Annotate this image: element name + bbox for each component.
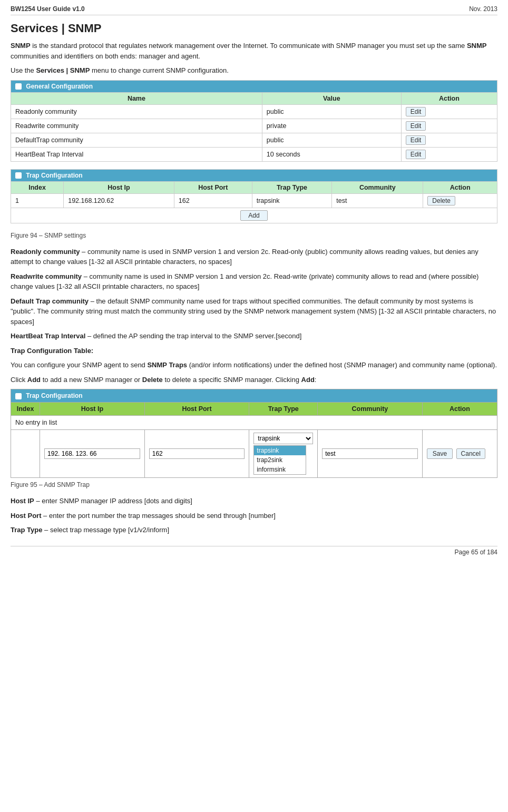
big-col-action: Action [422,403,497,416]
trap-config-small-table: Trap Configuration Index Host Ip Host Po… [11,169,497,223]
big-col-traptype: Trap Type [249,403,318,416]
page-title: Services | SNMP [11,22,497,35]
table-title-icon-3 [15,393,22,399]
trap-type-title: Trap Type [11,526,42,534]
trap-config-heading-text: Trap Configuration Table: [11,347,93,355]
row2-name: Readwrite community [11,119,262,133]
cancel-button[interactable]: Cancel [456,448,485,459]
doc-title: BW1254 User Guide v1.0 [11,5,85,13]
row2-value: private [262,119,401,133]
snmp-bold-2: SNMP [467,42,487,50]
form-action-cell: Save Cancel [422,430,497,478]
trap-config-big-table: Trap Configuration Index Host Ip Host Po… [11,389,497,478]
heartbeat-section: HeartBeat Trap Interval – defined the AP… [11,331,497,341]
big-col-community: Community [318,403,423,416]
edit-button-defaulttrap[interactable]: Edit [406,135,426,145]
form-row: trapsink trap2sink informsink trapsink t… [11,430,497,478]
trap-config-small-title: Trap Configuration [11,169,497,181]
form-index-cell [11,430,40,478]
big-col-index: Index [11,403,40,416]
host-ip-title: Host IP [11,497,34,505]
readonly-section: Readonly community – community name is u… [11,247,497,267]
trap-type-section: Trap Type – select trap message type [v1… [11,525,497,535]
community-input[interactable] [322,448,418,459]
doc-date: Nov. 2013 [469,5,497,13]
snmp-bold-1: SNMP [11,42,31,50]
save-button[interactable]: Save [427,448,453,459]
add-row: Add [11,208,497,223]
trap-row1-hostport: 162 [174,193,252,208]
edit-button-readonly[interactable]: Edit [406,107,426,116]
add-bold-2: Add [301,376,315,384]
trap-config-desc: You can configure your SNMP agent to sen… [11,360,497,370]
table-row: DefaultTrap community public Edit [11,133,497,147]
figure-94-caption: Figure 94 – SNMP settings [11,231,497,240]
form-hostip-cell [40,430,145,478]
trap-col-hostip: Host Ip [64,181,174,193]
trap-col-community: Community [332,181,423,193]
trap-row1-traptype: trapsink [252,193,332,208]
delete-bold: Delete [142,376,163,384]
edit-button-readwrite[interactable]: Edit [406,121,426,131]
host-port-input[interactable] [149,448,245,459]
trap-col-traptype: Trap Type [252,181,332,193]
host-port-title: Host Port [11,512,42,520]
general-config-title: General Configuration [11,80,497,92]
readwrite-title: Readwrite community [11,272,82,280]
table-row: Readwrite community private Edit [11,119,497,133]
host-ip-section: Host IP – enter SNMP manager IP address … [11,496,497,506]
page-footer: Page 65 of 184 [11,546,497,556]
form-community-cell [318,430,423,478]
col-action: Action [401,92,497,104]
dropdown-option-informsink[interactable]: informsink [254,465,306,474]
no-entry-row: No entry in list [11,416,497,430]
edit-button-heartbeat[interactable]: Edit [406,150,426,159]
host-ip-input[interactable] [44,448,140,459]
row4-value: 10 seconds [262,147,401,161]
figure-95-caption: Figure 95 – Add SNMP Trap [11,480,497,490]
trap-type-dropdown-container: trapsink trap2sink informsink trapsink t… [253,433,313,475]
row3-name: DefaultTrap community [11,133,262,147]
row3-value: public [262,133,401,147]
dropdown-options: trapsink trap2sink informsink [253,445,306,475]
row4-name: HeartBeat Trap Interval [11,147,262,161]
intro-p1: SNMP is the standard protocol that regul… [11,41,497,61]
host-port-section: Host Port – enter the port number the tr… [11,511,497,521]
table-row: Readonly community public Edit [11,104,497,119]
form-traptype-cell: trapsink trap2sink informsink trapsink t… [249,430,318,478]
trap-col-hostport: Host Port [174,181,252,193]
general-config-table: General Configuration Name Value Action … [11,80,497,162]
add-bold: Add [27,376,41,384]
dropdown-option-trapsink[interactable]: trapsink [254,446,306,455]
trap-type-select[interactable]: trapsink trap2sink informsink [253,433,313,444]
trap-row1-hostip: 192.168.120.62 [64,193,174,208]
defaulttrap-title: Default Trap community [11,297,89,305]
defaulttrap-section: Default Trap community – the default SNM… [11,296,497,327]
snmp-traps-bold: SNMP Traps [147,361,187,369]
big-col-hostport: Host Port [144,403,249,416]
col-value: Value [262,92,401,104]
delete-button[interactable]: Delete [427,196,455,206]
table-row: 1 192.168.120.62 162 trapsink test Delet… [11,193,497,208]
big-col-hostip: Host Ip [40,403,145,416]
row1-value: public [262,104,401,119]
page-info: Page 65 of 184 [455,549,497,556]
trap-config-heading: Trap Configuration Table: [11,346,497,356]
trap-col-action: Action [423,181,497,193]
trap-row1-community: test [332,193,423,208]
table-row: HeartBeat Trap Interval 10 seconds Edit [11,147,497,161]
services-snmp-bold: Services | SNMP [36,66,90,74]
trap-col-index: Index [11,181,64,193]
table-title-icon-2 [15,172,22,179]
click-add-desc: Click Add to add a new SNMP manager or D… [11,375,497,385]
add-button[interactable]: Add [240,210,267,221]
dropdown-option-trap2sink[interactable]: trap2sink [254,455,306,465]
table-title-icon [15,83,22,90]
readwrite-section: Readwrite community – community name is … [11,271,497,292]
form-hostport-cell [144,430,249,478]
heartbeat-title: HeartBeat Trap Interval [11,332,85,340]
row1-name: Readonly community [11,104,262,119]
intro-p2: Use the Services | SNMP menu to change c… [11,65,497,76]
col-name: Name [11,92,262,104]
page-header: BW1254 User Guide v1.0 Nov. 2013 [11,5,497,15]
